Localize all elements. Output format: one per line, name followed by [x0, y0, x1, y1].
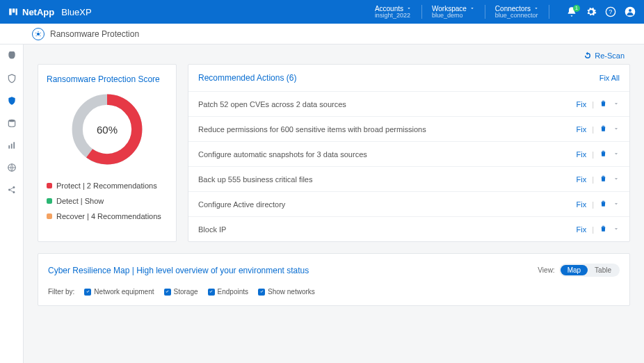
delete-button[interactable] [599, 200, 607, 209]
sidebar-item-reports[interactable] [7, 140, 17, 150]
rescan-button[interactable]: Re-Scan [583, 51, 625, 60]
expand-button[interactable] [613, 200, 620, 209]
svg-point-13 [8, 120, 15, 122]
trash-icon [599, 99, 607, 107]
legend-recover[interactable]: Recover | 4 Recommendations [47, 212, 168, 220]
view-toggle: Map Table [559, 264, 620, 277]
delete-button[interactable] [599, 150, 607, 159]
fix-button[interactable]: Fix [576, 125, 586, 134]
expand-button[interactable] [613, 225, 620, 234]
chevron-down-icon [613, 100, 620, 107]
action-label: Block IP [198, 225, 576, 234]
chevron-down-icon [613, 175, 620, 182]
fix-button[interactable]: Fix [576, 150, 586, 159]
delete-button[interactable] [599, 175, 607, 184]
expand-button[interactable] [613, 125, 620, 134]
filter-label-text: Network equipment [94, 288, 154, 296]
sidebar-item-canvas[interactable] [7, 51, 17, 61]
page-title: Ransomware Protection [50, 29, 139, 39]
view-map-button[interactable]: Map [561, 265, 588, 275]
svg-rect-16 [13, 142, 15, 148]
map-title: Cyber Resilience Map | High level overvi… [48, 266, 309, 275]
fix-button[interactable]: Fix [576, 225, 586, 234]
action-row: Block IPFix| [188, 216, 629, 241]
svg-rect-15 [10, 144, 12, 149]
chevron-down-icon [533, 6, 539, 11]
score-card: Ransomware Protection Score 60% Protect … [38, 64, 177, 242]
delete-button[interactable] [599, 99, 607, 108]
action-label: Patch 52 open CVEs across 2 data sources [198, 100, 576, 108]
filter-label-text: Storage [174, 288, 198, 296]
top-bar: NetApp BlueXP Accounts insight_2022 Work… [0, 0, 644, 24]
delete-button[interactable] [599, 225, 607, 234]
filter-checkbox[interactable]: Show networks [258, 288, 315, 296]
filter-label: Filter by: [48, 288, 74, 296]
score-donut: 60% [69, 91, 145, 168]
expand-button[interactable] [613, 150, 620, 159]
svg-point-8 [38, 31, 38, 31]
fix-all-button[interactable]: Fix All [599, 74, 620, 82]
refresh-icon [583, 51, 592, 60]
trash-icon [599, 175, 607, 182]
fix-button[interactable]: Fix [576, 175, 586, 184]
svg-point-7 [37, 32, 40, 35]
trash-icon [599, 225, 607, 232]
action-row: Configure automatic snapshots for 3 data… [188, 141, 629, 166]
expand-button[interactable] [613, 100, 620, 108]
sidebar-item-share[interactable] [7, 185, 17, 195]
svg-point-10 [35, 32, 36, 33]
chevron-down-icon [613, 125, 620, 132]
accounts-menu[interactable]: Accounts insight_2022 [375, 5, 422, 19]
action-row: Reduce permissions for 600 sensitive ite… [188, 116, 629, 141]
chevron-down-icon [613, 225, 620, 232]
chevron-down-icon [406, 6, 412, 11]
svg-rect-14 [8, 145, 10, 149]
svg-point-6 [629, 9, 631, 12]
help-icon[interactable]: ? [605, 6, 616, 17]
notification-badge: 1 [573, 5, 580, 12]
fix-button[interactable]: Fix [576, 200, 586, 209]
workspace-menu[interactable]: Workspace blue_demo [432, 5, 485, 19]
svg-point-12 [40, 35, 40, 35]
chevron-down-icon [613, 150, 620, 157]
user-icon[interactable] [625, 6, 636, 17]
sidebar [0, 45, 24, 363]
notifications-icon[interactable]: 1 [566, 6, 577, 17]
legend-detect[interactable]: Detect | Show [47, 197, 168, 205]
score-value: 60% [69, 91, 145, 168]
filter-label-text: Show networks [268, 288, 315, 296]
action-label: Reduce permissions for 600 sensitive ite… [198, 125, 576, 134]
svg-rect-2 [16, 8, 17, 15]
connectors-menu[interactable]: Connectors blue_connector [495, 5, 549, 19]
chevron-down-icon [613, 200, 620, 207]
brand[interactable]: NetApp BlueXP [8, 7, 92, 17]
top-menu: Accounts insight_2022 Workspace blue_dem… [375, 5, 636, 19]
sidebar-item-protection[interactable] [7, 74, 17, 83]
view-table-button[interactable]: Table [588, 265, 618, 275]
sidebar-item-globe[interactable] [7, 163, 17, 172]
sidebar-item-ransomware[interactable] [7, 96, 17, 106]
legend-protect[interactable]: Protect | 2 Recommendations [47, 182, 168, 190]
action-label: Configure automatic snapshots for 3 data… [198, 150, 576, 159]
actions-title: Recommended Actions (6) [198, 73, 296, 83]
logo-icon [8, 7, 18, 17]
view-label: View: [538, 266, 554, 274]
actions-card: Recommended Actions (6) Fix All Patch 52… [188, 64, 630, 242]
checkbox-icon [208, 289, 215, 296]
fix-button[interactable]: Fix [576, 100, 586, 108]
checkbox-icon [164, 289, 171, 296]
map-card: Cyber Resilience Map | High level overvi… [38, 253, 630, 306]
score-title: Ransomware Protection Score [47, 74, 168, 84]
filter-checkbox[interactable]: Endpoints [208, 288, 248, 296]
svg-text:?: ? [609, 8, 613, 15]
filter-checkbox[interactable]: Network equipment [84, 288, 154, 296]
action-row: Back up 555 business critical filesFix| [188, 166, 629, 191]
filter-label-text: Endpoints [218, 288, 248, 296]
sidebar-item-volumes[interactable] [7, 118, 17, 128]
gear-icon[interactable] [586, 6, 597, 17]
delete-button[interactable] [599, 124, 607, 134]
expand-button[interactable] [613, 175, 620, 184]
filter-checkbox[interactable]: Storage [164, 288, 198, 296]
action-label: Back up 555 business critical files [198, 175, 576, 184]
svg-point-18 [8, 189, 10, 191]
